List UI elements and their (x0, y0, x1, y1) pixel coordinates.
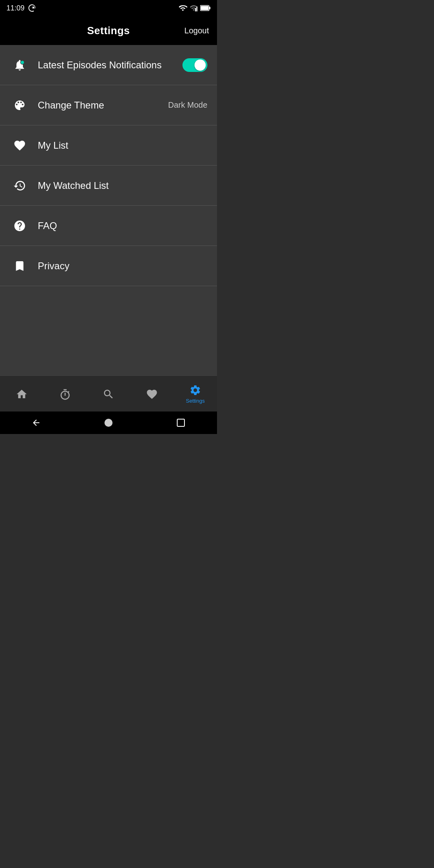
app-bar: Settings Logout (0, 16, 217, 45)
system-nav-bar (0, 411, 217, 434)
notifications-toggle[interactable] (182, 58, 207, 72)
nav-item-home[interactable] (0, 387, 43, 400)
settings-item-privacy[interactable]: Privacy (0, 246, 217, 286)
recents-button[interactable] (176, 418, 186, 428)
svg-point-6 (104, 419, 113, 427)
settings-item-faq[interactable]: FAQ (0, 206, 217, 246)
toggle-knob (194, 59, 206, 71)
signal-icon (190, 4, 198, 12)
theme-label: Change Theme (38, 100, 168, 111)
faq-label: FAQ (38, 220, 207, 231)
nav-item-favorites[interactable] (130, 387, 174, 400)
settings-nav-label: Settings (186, 398, 205, 404)
search-icon (102, 387, 115, 400)
home-button[interactable] (104, 418, 113, 428)
svg-rect-1 (197, 7, 198, 12)
notifications-label: Latest Episodes Notifications (38, 59, 182, 71)
status-bar: 11:09 (0, 0, 217, 16)
svg-rect-4 (201, 6, 209, 10)
theme-value: Dark Mode (168, 100, 207, 110)
timer-icon (59, 387, 71, 400)
question-icon (10, 219, 30, 232)
settings-item-notifications[interactable]: Latest Episodes Notifications (0, 45, 217, 85)
svg-point-5 (20, 60, 24, 64)
settings-item-theme[interactable]: Change Theme Dark Mode (0, 85, 217, 125)
nav-item-settings[interactable]: Settings (174, 383, 217, 404)
my-list-label: My List (38, 140, 207, 151)
svg-rect-0 (195, 8, 196, 11)
status-icons-right (178, 4, 211, 12)
privacy-label: Privacy (38, 260, 207, 272)
back-button[interactable] (31, 418, 41, 428)
nav-item-search[interactable] (87, 387, 130, 400)
settings-item-my-list[interactable]: My List (0, 125, 217, 166)
bell-icon (10, 59, 30, 72)
home-icon (16, 387, 28, 400)
watched-list-label: My Watched List (38, 180, 207, 191)
status-time: 11:09 (6, 4, 25, 12)
heart-icon (10, 139, 30, 152)
page-title: Settings (87, 25, 130, 37)
at-icon (28, 4, 37, 12)
heart-nav-icon (146, 387, 158, 400)
logout-button[interactable]: Logout (184, 26, 209, 35)
gear-nav-icon (189, 383, 201, 397)
settings-item-watched-list[interactable]: My Watched List (0, 166, 217, 206)
palette-icon (10, 99, 30, 112)
status-left: 11:09 (6, 4, 37, 12)
svg-rect-3 (209, 7, 211, 10)
bottom-nav: Settings (0, 375, 217, 411)
svg-rect-7 (177, 419, 184, 426)
bookmark-icon (10, 260, 30, 272)
empty-space (0, 286, 217, 375)
nav-item-timer[interactable] (43, 387, 87, 400)
settings-list: Latest Episodes Notifications Change The… (0, 45, 217, 375)
history-icon (10, 179, 30, 192)
wifi-icon (178, 4, 187, 12)
battery-icon (200, 5, 211, 11)
